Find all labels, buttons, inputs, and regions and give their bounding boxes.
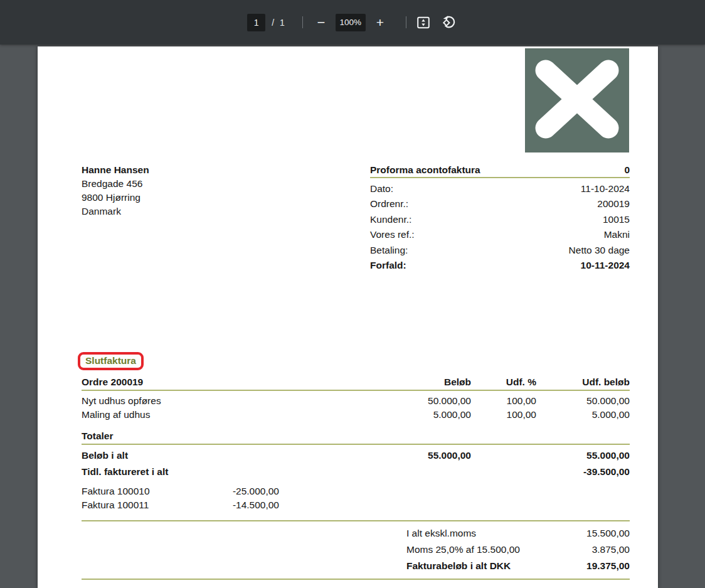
zoom-out-icon: − [317, 16, 325, 29]
zoom-in-button[interactable]: + [372, 14, 388, 31]
field-value: Makni [604, 227, 630, 242]
logo-x-icon [525, 47, 629, 154]
total-label: Tidl. faktureret i alt [82, 464, 332, 480]
company-logo [525, 48, 629, 152]
info-row-betaling: Betaling: Netto 30 dage [370, 243, 630, 258]
field-value: 200019 [597, 196, 630, 211]
total-udf-pct [471, 464, 536, 480]
summary-label: Moms 25,0% af 15.500,00 [406, 542, 523, 558]
divider-line [82, 520, 630, 521]
info-row-vores-ref: Vores ref.: Makni [370, 227, 630, 242]
column-header-udf-pct: Udf. % [471, 375, 536, 390]
row-belob: 50.000,00 [332, 394, 471, 408]
fit-to-page-button[interactable] [415, 14, 432, 31]
info-row-kundenr: Kundenr.: 10015 [370, 212, 630, 227]
previous-invoice-amount: -14.500,00 [201, 498, 279, 512]
field-value: 10015 [603, 212, 630, 227]
page-divider: / [272, 18, 274, 28]
field-value: 11-10-2024 [581, 181, 630, 196]
zoom-out-button[interactable]: − [313, 14, 329, 31]
summary-value: 15.500,00 [523, 525, 630, 542]
row-udf-pct: 100,00 [471, 394, 536, 408]
total-row: Beløb i alt 55.000,00 55.000,00 [82, 447, 630, 464]
field-value: Netto 30 dage [569, 243, 630, 258]
invoice-info-rows: Dato: 11-10-2024 Ordrenr.: 200019 Kunden… [370, 181, 630, 273]
invoice-title-row: Proforma acontofaktura 0 [370, 163, 630, 177]
row-udf-pct: 100,00 [471, 408, 536, 422]
order-title: Ordre 200019 [82, 375, 332, 390]
fit-to-page-icon [416, 15, 431, 30]
summary-row-grand-total: Fakturabeløb i alt DKK 19.375,00 [82, 558, 630, 574]
recipient-country: Danmark [82, 205, 149, 218]
total-udf-belob: 55.000,00 [536, 447, 630, 464]
invoice-body: Slutfaktura Ordre 200019 Beløb Udf. % Ud… [82, 352, 630, 580]
totals-title: Totaler [82, 429, 630, 443]
total-belob [332, 464, 471, 480]
recipient-address-block: Hanne Hansen Bredgade 456 9800 Hjørring … [82, 163, 149, 218]
summary-row: I alt ekskl.moms 15.500,00 [82, 525, 630, 542]
table-row: Nyt udhus opføres 50.000,00 100,00 50.00… [82, 394, 630, 408]
invoice-info-block: Proforma acontofaktura 0 Dato: 11-10-202… [370, 163, 630, 273]
page-number-input[interactable] [247, 14, 265, 31]
rotate-counterclockwise-icon [441, 14, 457, 30]
previous-invoice-label: Faktura 100011 [82, 498, 201, 512]
invoice-title: Proforma acontofaktura [370, 163, 480, 176]
column-header-belob: Beløb [332, 375, 471, 390]
summary-label: I alt ekskl.moms [406, 525, 523, 542]
previous-invoice-row: Faktura 100011 -14.500,00 [82, 498, 630, 512]
field-label: Betaling: [370, 243, 408, 258]
summary-value: 3.875,00 [523, 542, 630, 558]
row-description: Maling af udhus [82, 408, 332, 422]
pdf-toolbar: / 1 − + [0, 0, 705, 45]
row-belob: 5.000,00 [332, 408, 471, 422]
total-udf-belob: -39.500,00 [536, 464, 630, 480]
field-value: 10-11-2024 [581, 258, 630, 273]
recipient-street: Bredgade 456 [82, 177, 149, 191]
toolbar-separator [406, 16, 406, 28]
slutfaktura-label: Slutfaktura [85, 355, 136, 366]
slutfaktura-annotation: Slutfaktura [78, 352, 144, 370]
field-label: Ordrenr.: [370, 196, 408, 211]
previous-invoice-row: Faktura 100010 -25.000,00 [82, 484, 630, 498]
zoom-in-icon: + [376, 16, 384, 29]
total-belob: 55.000,00 [332, 447, 471, 464]
table-row: Maling af udhus 5.000,00 100,00 5.000,00 [82, 408, 630, 422]
page-total-count: 1 [280, 18, 285, 28]
column-header-udf-belob: Udf. beløb [536, 375, 630, 390]
field-label: Forfald: [370, 258, 406, 273]
field-label: Kundenr.: [370, 212, 411, 227]
divider-line [82, 390, 630, 391]
row-udf-belob: 50.000,00 [536, 394, 630, 408]
previous-invoice-amount: -25.000,00 [201, 484, 279, 498]
order-table-header: Ordre 200019 Beløb Udf. % Udf. beløb [82, 375, 630, 390]
recipient-postal-city: 9800 Hjørring [82, 191, 149, 205]
total-row: Tidl. faktureret i alt -39.500,00 [82, 464, 630, 480]
info-row-ordrenr: Ordrenr.: 200019 [370, 196, 630, 211]
toolbar-separator [302, 16, 303, 28]
info-row-forfald: Forfald: 10-11-2024 [370, 258, 630, 273]
recipient-name: Hanne Hansen [82, 163, 149, 177]
previous-invoice-label: Faktura 100010 [82, 484, 201, 498]
field-label: Vores ref.: [370, 227, 415, 242]
zoom-level-input[interactable] [336, 14, 366, 31]
field-label: Dato: [370, 181, 393, 196]
row-description: Nyt udhus opføres [82, 394, 332, 408]
summary-row: Moms 25,0% af 15.500,00 3.875,00 [82, 542, 630, 558]
document-page: Hanne Hansen Bredgade 456 9800 Hjørring … [38, 46, 658, 588]
info-row-dato: Dato: 11-10-2024 [370, 181, 630, 196]
divider-line [82, 444, 630, 445]
invoice-number: 0 [624, 163, 630, 176]
pdf-viewer: / 1 − + [0, 0, 705, 588]
divider-line [82, 579, 630, 580]
divider-line [370, 177, 630, 178]
summary-label: Fakturabeløb i alt DKK [406, 558, 523, 574]
rotate-counterclockwise-button[interactable] [440, 14, 458, 31]
total-udf-pct [471, 447, 536, 464]
summary-value: 19.375,00 [523, 558, 630, 574]
row-udf-belob: 5.000,00 [536, 408, 630, 422]
total-label: Beløb i alt [82, 447, 332, 464]
toolbar-controls: / 1 − + [247, 14, 458, 31]
